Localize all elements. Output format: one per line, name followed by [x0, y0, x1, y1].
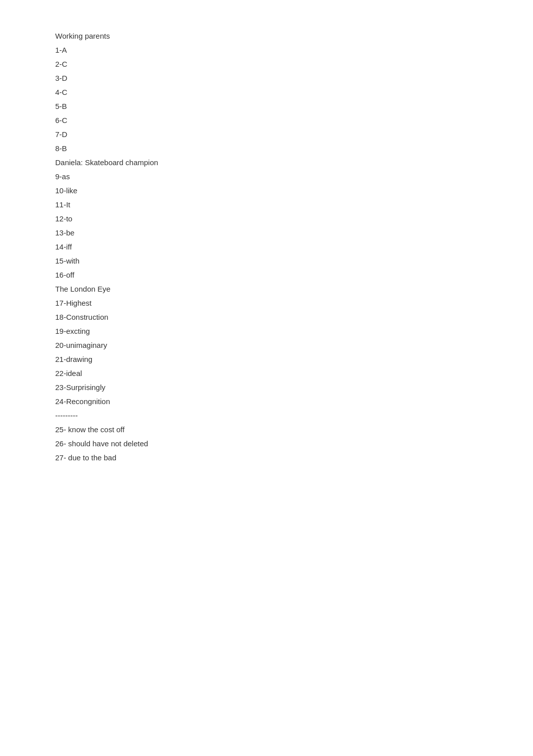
list-item-item-daniela: Daniela: Skateboard champion [55, 157, 478, 169]
list-item-item-3: 3-D [55, 72, 478, 84]
list-item-item-11: 11-It [55, 199, 478, 211]
list-item-item-14: 14-iff [55, 241, 478, 253]
list-item-item-4: 4-C [55, 86, 478, 98]
list-item-london-eye: The London Eye [55, 283, 478, 295]
list-item-item-6: 6-C [55, 114, 478, 127]
list-item-item-15: 15-with [55, 255, 478, 267]
list-item-item-26: 26- should have not deleted [55, 438, 478, 450]
list-item-item-1: 1-A [55, 44, 478, 56]
list-item-item-7: 7-D [55, 129, 478, 141]
list-item-item-16: 16-off [55, 269, 478, 281]
list-item-item-24: 24-Recongnition [55, 396, 478, 408]
list-item-separator: --------- [55, 410, 478, 422]
list-item-item-5: 5-B [55, 100, 478, 112]
list-item-item-12: 12-to [55, 213, 478, 225]
content-list: Working parents1-A2-C3-D4-C5-B6-C7-D8-BD… [55, 30, 478, 464]
list-item-item-19: 19-excting [55, 325, 478, 337]
list-item-item-25: 25- know the cost off [55, 424, 478, 436]
list-item-item-21: 21-drawing [55, 353, 478, 365]
list-item-item-23: 23-Surprisingly [55, 382, 478, 394]
list-item-item-2: 2-C [55, 58, 478, 70]
list-item-item-17: 17-Highest [55, 297, 478, 309]
list-item-item-8: 8-B [55, 143, 478, 155]
list-item-item-13: 13-be [55, 227, 478, 239]
list-item-item-9: 9-as [55, 171, 478, 183]
list-item-item-18: 18-Construction [55, 311, 478, 323]
list-item-item-22: 22-ideal [55, 367, 478, 380]
list-item-working-parents: Working parents [55, 30, 478, 42]
list-item-item-27: 27- due to the bad [55, 452, 478, 464]
list-item-item-10: 10-like [55, 185, 478, 197]
list-item-item-20: 20-unimaginary [55, 339, 478, 351]
